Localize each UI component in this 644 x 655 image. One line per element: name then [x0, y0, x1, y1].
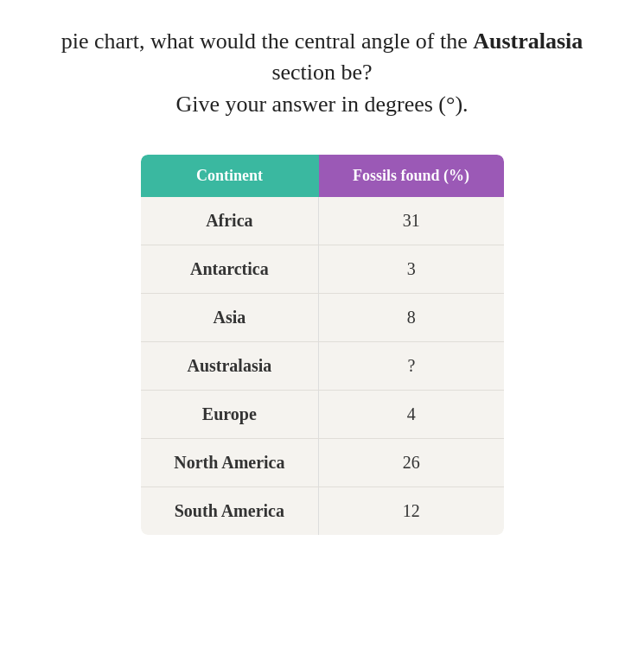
header-fossils: Fossils found (%) — [319, 155, 504, 197]
table-row: Australasia? — [141, 342, 504, 391]
question-text: pie chart, what would the central angle … — [29, 26, 616, 120]
cell-continent: Antarctica — [141, 245, 319, 294]
cell-continent: North America — [141, 439, 319, 487]
cell-fossils: 31 — [319, 197, 504, 245]
table-row: South America12 — [141, 487, 504, 536]
cell-continent: South America — [141, 487, 319, 536]
table-row: North America26 — [141, 439, 504, 487]
question-part3: Give your answer in degrees (°). — [175, 92, 468, 117]
header-continent: Continent — [141, 155, 319, 197]
cell-fossils: ? — [319, 342, 504, 391]
question-part1: pie chart, what would the central angle … — [61, 29, 473, 54]
cell-fossils: 4 — [319, 391, 504, 439]
table-row: Europe4 — [141, 391, 504, 439]
cell-continent: Africa — [141, 197, 319, 245]
cell-continent: Asia — [141, 294, 319, 342]
cell-fossils: 3 — [319, 245, 504, 294]
table-container: Continent Fossils found (%) Africa31Anta… — [141, 155, 504, 535]
question-bold: Australasia — [473, 29, 583, 54]
cell-continent: Australasia — [141, 342, 319, 391]
question-part2: section be? — [271, 60, 372, 85]
cell-fossils: 8 — [319, 294, 504, 342]
table-row: Antarctica3 — [141, 245, 504, 294]
table-row: Asia8 — [141, 294, 504, 342]
cell-fossils: 26 — [319, 439, 504, 487]
data-table: Continent Fossils found (%) Africa31Anta… — [141, 155, 504, 535]
cell-fossils: 12 — [319, 487, 504, 536]
table-row: Africa31 — [141, 197, 504, 245]
cell-continent: Europe — [141, 391, 319, 439]
